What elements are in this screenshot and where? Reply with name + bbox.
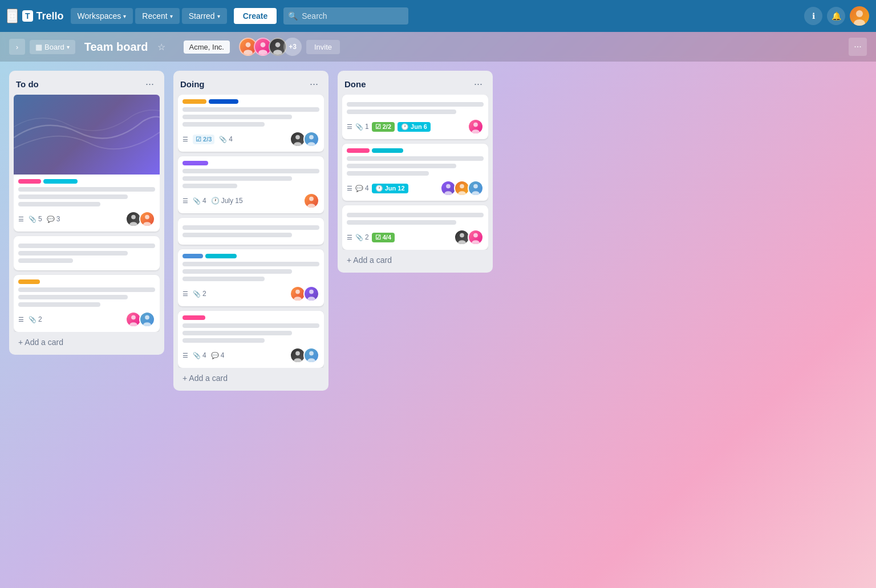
card[interactable]: ☰ 📎 2 ☑ 4/4 [342,205,488,250]
tag-pink [18,179,41,184]
user-avatar[interactable] [850,6,869,26]
meta-desc: ☰ [182,136,188,143]
card[interactable] [178,218,324,245]
meta-desc: ☰ [182,290,188,298]
column-doing: Doing ··· ☰ ☑ 2/3 📎 4 [173,71,328,391]
tag-blue2 [182,254,203,258]
attach-icon: 📎 [29,316,36,323]
card-text [347,164,456,168]
svg-point-13 [129,322,137,327]
card-text [182,331,292,335]
notifications-button[interactable]: 🔔 [827,7,845,25]
svg-point-11 [143,222,151,227]
column-header-doing: Doing ··· [178,75,324,95]
card[interactable]: ☰ 📎 2 [14,275,160,332]
card[interactable]: ☰ 📎 1 ☑ 2/2 🕐 Jun 6 [342,95,488,139]
board-view-button[interactable]: ▦ Board ▾ [30,40,75,54]
card-meta: ☰ 📎 2 [18,311,155,327]
info-button[interactable]: ℹ [804,7,822,25]
attach-icon: 📎 [193,290,201,298]
desc-icon: ☰ [182,352,188,359]
card-text [182,262,319,266]
attach-icon: 📎 [355,234,363,241]
svg-point-33 [444,191,452,196]
create-button[interactable]: Create [234,8,277,24]
card-text [347,213,484,217]
tag-pink [182,315,205,320]
add-card-button-done[interactable]: + Add a card [342,252,488,268]
sidebar-toggle-button[interactable]: › [9,39,25,55]
svg-point-37 [472,191,480,196]
workspace-badge[interactable]: Acme, Inc. [184,40,230,54]
card[interactable]: ☰ 📎 4 💬 4 [178,311,324,368]
card-text [18,302,100,307]
nav-right: ℹ 🔔 [804,6,869,26]
card[interactable]: ☰ 📎 2 [178,249,324,306]
meta-attachments: 📎 4 [193,351,206,359]
card-member-avatar [468,119,484,135]
tag-blue [209,99,238,104]
card-text [18,244,155,248]
grid-icon[interactable]: ⊞ [7,9,18,23]
desc-icon: ☰ [182,136,188,143]
more-options-button[interactable]: ··· [849,38,867,56]
card-member-avatar [468,229,484,245]
card-tags [347,148,484,153]
meta-attachments: 📎 1 [355,123,369,131]
svg-point-8 [131,215,136,220]
meta-attachments: 📎 2 [355,233,369,241]
svg-point-22 [295,290,300,294]
board-content: To do ··· [0,62,876,588]
card[interactable]: ☰ 📎 4 🕐 July 15 [178,156,324,213]
invite-button[interactable]: Invite [306,40,340,54]
add-card-button-doing[interactable]: + Add a card [178,370,324,386]
starred-button[interactable]: Starred ▾ [182,8,227,24]
meta-desc: ☰ [347,123,352,131]
card-member-avatar [139,311,155,327]
column-menu-done[interactable]: ··· [471,78,486,90]
column-menu-todo[interactable]: ··· [142,78,157,90]
star-button[interactable]: ☆ [157,42,165,52]
card[interactable] [14,236,160,270]
svg-point-16 [295,135,300,140]
svg-point-26 [295,351,300,356]
card[interactable]: ☰ 💬 4 🕐 Jun 12 [342,144,488,201]
card-text [182,122,265,127]
tag-pink [347,148,370,153]
card[interactable]: ☰ 📎 5 💬 3 [14,95,160,232]
card-text [18,258,73,263]
desc-icon: ☰ [347,185,352,192]
recent-button[interactable]: Recent ▾ [135,8,179,24]
svg-point-15 [143,322,151,327]
cards-list-todo: ☰ 📎 5 💬 3 [14,95,160,332]
card-text [182,233,292,237]
desc-icon: ☰ [18,216,24,223]
more-members-button[interactable]: +3 [283,38,302,56]
workspaces-button[interactable]: Workspaces ▾ [71,8,133,24]
navbar: ⊞ T Trello Workspaces ▾ Recent ▾ Starred… [0,0,876,32]
tag-yellow [18,279,40,284]
column-done: Done ··· ☰ 📎 1 ☑ 2/2 🕐 Jun 6 [338,71,493,273]
card[interactable]: ☰ ☑ 2/3 📎 4 [178,95,324,152]
meta-due: 🕐 July 15 [211,197,243,205]
svg-point-21 [307,204,315,209]
card-text [347,156,484,161]
column-menu-doing[interactable]: ··· [306,78,322,90]
board-title: Team board [80,38,153,56]
meta-comments: 💬 4 [211,351,225,359]
add-card-button-todo[interactable]: + Add a card [14,334,160,350]
search-input[interactable] [283,7,408,25]
board-icon: ▦ [35,43,42,51]
svg-point-17 [294,142,302,147]
logo[interactable]: T Trello [22,10,64,22]
meta-desc: ☰ [182,197,188,205]
svg-point-0 [856,10,863,17]
svg-point-29 [307,358,315,363]
card-text [182,107,319,112]
chevron-icon: ▾ [123,13,126,19]
svg-point-14 [145,315,149,320]
attach-icon: 📎 [29,216,36,223]
card-member-avatar [303,131,319,147]
card-text [18,287,155,292]
svg-point-23 [294,297,302,302]
